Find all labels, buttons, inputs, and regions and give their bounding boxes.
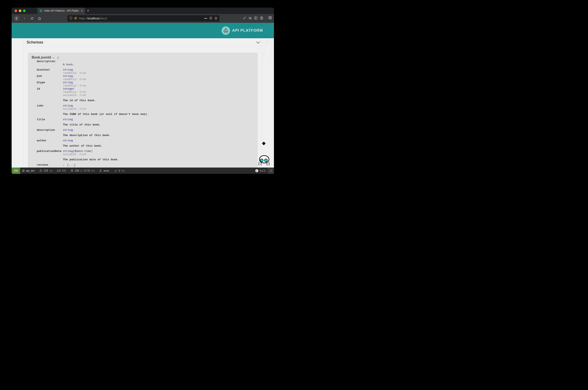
- minimize-window-button[interactable]: [19, 9, 21, 12]
- chevron-down-icon: [256, 40, 259, 45]
- schema-card: Book.jsonld { description:A book.@contex…: [28, 53, 258, 173]
- devtools-icon[interactable]: [243, 16, 246, 20]
- browser-toolbar: https://localhost/docs/ •••: [12, 14, 274, 23]
- schema-property-row: reviews› [...]: [32, 163, 149, 167]
- forward-button[interactable]: [21, 15, 27, 21]
- url-text: https://localhost/docs/: [79, 17, 202, 20]
- schema-name[interactable]: Book.jsonld: [32, 55, 54, 59]
- brand-logo[interactable]: API PLATFORM: [222, 26, 263, 35]
- close-tab-button[interactable]: ✕: [81, 9, 83, 12]
- tab-title: Hello API Platform - API Platfor: [44, 9, 79, 12]
- library-icon[interactable]: [249, 16, 252, 20]
- app-header: API PLATFORM: [12, 23, 274, 38]
- page-viewport: API PLATFORM Schemas Book.jsonld { descr…: [12, 23, 274, 174]
- time-segment[interactable]: 276 ms: [37, 168, 55, 174]
- chevron-down-icon: [52, 55, 54, 59]
- extra-segment[interactable]: 3 ms: [112, 168, 127, 174]
- home-button[interactable]: [37, 15, 43, 21]
- schemas-section-header[interactable]: Schemas: [24, 38, 262, 47]
- window-controls: [12, 8, 28, 14]
- user-icon: [99, 169, 102, 172]
- schema-property-row: titlestring: [32, 118, 149, 121]
- svg-point-5: [225, 31, 226, 32]
- schema-property-row: descriptionstring: [32, 128, 149, 132]
- reload-button[interactable]: [29, 15, 35, 21]
- menu-button[interactable]: [269, 16, 272, 20]
- schema-property-row: authorstring: [32, 139, 149, 142]
- logo-icon: [222, 26, 230, 35]
- bookmark-icon[interactable]: [214, 17, 217, 20]
- security-warning-icon[interactable]: [74, 17, 77, 20]
- main-panel: Schemas Book.jsonld { description:A book…: [23, 38, 262, 174]
- back-button[interactable]: [14, 15, 20, 21]
- schema-property-row: isbnstring: [32, 104, 149, 107]
- brand-text: API PLATFORM: [232, 28, 263, 33]
- schema-property-row: publicationDatestring($date-time): [32, 149, 149, 153]
- svg-point-3: [261, 17, 262, 18]
- pocket-icon[interactable]: [209, 17, 212, 20]
- http-status-badge[interactable]: 200: [12, 168, 20, 174]
- schema-property-row: @contextstring: [32, 68, 149, 71]
- account-icon[interactable]: [260, 16, 263, 20]
- browser-tab[interactable]: Hello API Platform - API Platfor ✕: [37, 8, 85, 14]
- new-tab-button[interactable]: +: [85, 8, 91, 14]
- signal-icon: [114, 169, 117, 172]
- url-bar[interactable]: https://localhost/docs/ •••: [67, 15, 220, 22]
- symfony-version-segment[interactable]: 5.2.1: [253, 168, 268, 174]
- section-title: Schemas: [27, 40, 43, 45]
- user-segment[interactable]: anon.: [97, 168, 112, 174]
- svg-point-8: [100, 170, 101, 171]
- svg-point-6: [226, 31, 227, 32]
- schema-property-row: @typestring: [32, 81, 149, 84]
- close-debug-button[interactable]: ✕: [268, 168, 274, 174]
- tab-favicon-icon: [40, 9, 43, 12]
- tracking-protection-icon[interactable]: [69, 17, 72, 20]
- layers-icon: [70, 169, 74, 172]
- db-segment[interactable]: 209 in 17.73 ms: [68, 168, 97, 174]
- maximize-window-button[interactable]: [23, 9, 26, 12]
- symfony-icon: [255, 169, 259, 172]
- schema-property-row: idinteger: [32, 87, 149, 91]
- page-actions-icon[interactable]: •••: [204, 17, 207, 20]
- stopwatch-icon: [39, 169, 43, 172]
- tab-bar: Hello API Platform - API Platfor ✕ +: [12, 8, 274, 14]
- debug-toolbar: 200 @ api_doc 276 ms 2.0 MiB 209 in 17.7…: [12, 168, 274, 174]
- svg-rect-0: [255, 17, 257, 19]
- mascot-icon: [257, 142, 272, 165]
- memory-segment[interactable]: 2.0 MiB: [55, 168, 68, 174]
- route-segment[interactable]: @ api_doc: [20, 168, 37, 174]
- close-window-button[interactable]: [15, 9, 17, 12]
- sidebar-icon[interactable]: [254, 16, 258, 20]
- schema-property-row: @idstring: [32, 75, 149, 78]
- browser-window: Hello API Platform - API Platfor ✕ + htt…: [12, 8, 274, 174]
